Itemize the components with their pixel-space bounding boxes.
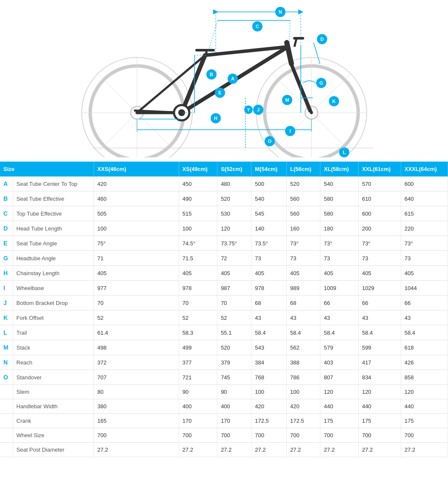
svg-text:G: G xyxy=(319,80,323,85)
row-value: 768 xyxy=(251,370,287,385)
row-value: 1029 xyxy=(358,281,401,296)
row-value: 27.2 xyxy=(358,443,401,457)
row-value: 426 xyxy=(401,355,448,370)
row-value: 27.2 xyxy=(401,443,448,457)
svg-line-34 xyxy=(289,20,290,43)
row-value: 175 xyxy=(320,414,359,428)
row-value: 73 xyxy=(320,251,359,266)
table-row: NReach372377379384388403417426 xyxy=(0,355,448,370)
row-value: 27.2 xyxy=(179,443,217,457)
table-row: Handlebar Width380400400420420440440440 xyxy=(0,399,448,414)
row-value: 520 xyxy=(217,340,251,355)
row-letter: B xyxy=(0,191,13,206)
table-row: BSeat Tube Effective46049052054056058061… xyxy=(0,191,448,206)
row-label: Crank xyxy=(13,414,94,428)
row-value: 27.2 xyxy=(217,443,251,457)
svg-text:O: O xyxy=(268,139,271,144)
row-value: 545 xyxy=(251,206,287,221)
row-value: 721 xyxy=(179,370,217,385)
row-value: 220 xyxy=(401,221,448,236)
row-letter xyxy=(0,414,13,428)
row-value: 52 xyxy=(94,310,179,325)
row-value: 200 xyxy=(358,221,401,236)
row-value: 610 xyxy=(358,191,401,206)
row-value: 90 xyxy=(217,385,251,399)
row-label: Top Tube Effective xyxy=(13,206,94,221)
row-value: 977 xyxy=(94,281,179,296)
row-value: 170 xyxy=(217,414,251,428)
row-value: 71 xyxy=(94,251,179,266)
svg-text:L: L xyxy=(342,150,345,155)
row-value: 600 xyxy=(358,206,401,221)
col-header-s: S(52cm) xyxy=(217,162,251,176)
row-value: 700 xyxy=(401,428,448,443)
row-value: 80 xyxy=(94,385,179,399)
row-value: 43 xyxy=(251,310,287,325)
row-value: 52 xyxy=(179,310,217,325)
row-label: Standover xyxy=(13,370,94,385)
row-value: 100 xyxy=(287,385,320,399)
row-value: 405 xyxy=(251,266,287,281)
row-value: 417 xyxy=(358,355,401,370)
row-letter: O xyxy=(0,370,13,385)
table-row: MStack498499520543562579599618 xyxy=(0,340,448,355)
row-value: 540 xyxy=(251,191,287,206)
row-label: Fork Offset xyxy=(13,310,94,325)
col-header-xxxl: XXXL(64cm) xyxy=(401,162,448,176)
row-value: 520 xyxy=(287,176,320,191)
row-value: 480 xyxy=(217,176,251,191)
row-value: 90 xyxy=(179,385,217,399)
row-value: 73° xyxy=(320,236,359,251)
table-row: Stem809090100100120120120 xyxy=(0,385,448,399)
row-letter: N xyxy=(0,355,13,370)
row-value: 384 xyxy=(251,355,287,370)
table-row: HChainstay Length40540540540540540540540… xyxy=(0,266,448,281)
row-value: 120 xyxy=(320,385,359,399)
row-value: 700 xyxy=(251,428,287,443)
row-value: 834 xyxy=(358,370,401,385)
row-value: 405 xyxy=(358,266,401,281)
row-value: 615 xyxy=(401,206,448,221)
row-value: 70 xyxy=(179,296,217,310)
row-value: 500 xyxy=(251,176,287,191)
row-value: 978 xyxy=(251,281,287,296)
table-row: CTop Tube Effective505515530545560580600… xyxy=(0,206,448,221)
row-letter: D xyxy=(0,221,13,236)
row-value: 570 xyxy=(358,176,401,191)
row-value: 43 xyxy=(401,310,448,325)
row-value: 1009 xyxy=(320,281,359,296)
row-value: 380 xyxy=(94,399,179,414)
row-value: 70 xyxy=(217,296,251,310)
row-letter: I xyxy=(0,281,13,296)
row-value: 440 xyxy=(320,399,359,414)
row-value: 700 xyxy=(287,428,320,443)
row-value: 175 xyxy=(358,414,401,428)
row-value: 73.5° xyxy=(251,236,287,251)
row-value: 68 xyxy=(287,296,320,310)
row-value: 74.5° xyxy=(179,236,217,251)
row-value: 172.5 xyxy=(251,414,287,428)
row-letter xyxy=(0,443,13,457)
col-header-xl: XL(58cm) xyxy=(320,162,359,176)
row-value: 579 xyxy=(320,340,359,355)
svg-line-20 xyxy=(287,43,291,64)
row-value: 66 xyxy=(358,296,401,310)
row-value: 543 xyxy=(251,340,287,355)
row-value: 160 xyxy=(287,221,320,236)
geometry-table: Size XXS(46cm) XS(49cm) S(52cm) M(54cm) … xyxy=(0,162,448,457)
row-value: 807 xyxy=(320,370,359,385)
row-value: 73° xyxy=(287,236,320,251)
col-header-xxs: XXS(46cm) xyxy=(94,162,179,176)
row-value: 640 xyxy=(401,191,448,206)
row-value: 405 xyxy=(179,266,217,281)
row-label: Chainstay Length xyxy=(13,266,94,281)
row-value: 73.75° xyxy=(217,236,251,251)
row-value: 420 xyxy=(287,399,320,414)
row-value: 388 xyxy=(287,355,320,370)
svg-text:M: M xyxy=(285,97,289,102)
row-value: 372 xyxy=(94,355,179,370)
row-value: 73° xyxy=(401,236,448,251)
row-label: Handlebar Width xyxy=(13,399,94,414)
row-value: 499 xyxy=(179,340,217,355)
row-value: 989 xyxy=(287,281,320,296)
